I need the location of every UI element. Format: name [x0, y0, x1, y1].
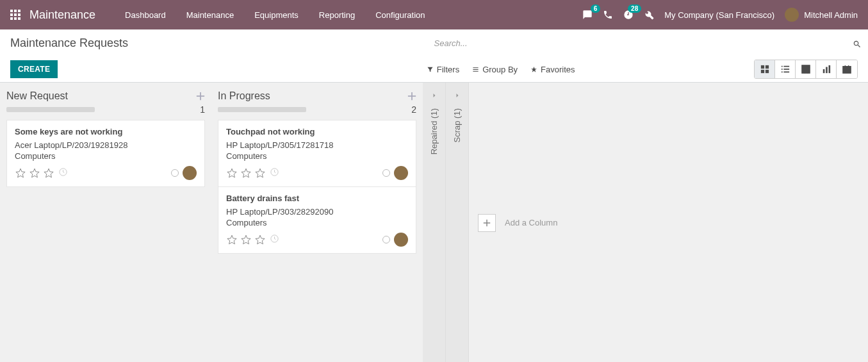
svg-rect-10: [765, 65, 768, 69]
add-column: Add a Column: [469, 83, 566, 362]
groupby-menu[interactable]: Group By: [472, 65, 518, 74]
company-switcher[interactable]: My Company (San Francisco): [664, 10, 774, 20]
kanban-column-scrap-folded[interactable]: Scrap (1): [446, 83, 469, 362]
view-switcher: [754, 60, 858, 79]
card-category: Computers: [15, 151, 197, 161]
card-category: Computers: [226, 218, 408, 227]
control-panel: Maintenance Requests CREATE Filters Grou…: [0, 29, 868, 83]
nav-dashboard[interactable]: Dashboard: [115, 1, 176, 29]
activity-badge: 28: [628, 4, 641, 13]
nav-equipments[interactable]: Equipments: [244, 1, 309, 29]
chevron-icon: [430, 92, 438, 99]
svg-rect-5: [18, 13, 20, 16]
activity-icon[interactable]: [54, 167, 68, 179]
svg-rect-18: [783, 72, 789, 73]
card-title: Some keys are not working: [15, 127, 197, 136]
priority-stars[interactable]: [226, 234, 266, 245]
filters-menu[interactable]: Filters: [427, 65, 459, 74]
chat-badge: 6: [591, 4, 601, 13]
app-brand[interactable]: Maintenance: [29, 8, 95, 22]
svg-rect-19: [801, 65, 809, 73]
kanban-column-new: New Request 1 Some keys are not working …: [0, 83, 211, 362]
svg-rect-14: [783, 66, 789, 67]
activity-icon[interactable]: 28: [623, 10, 634, 20]
svg-rect-4: [14, 13, 17, 16]
svg-rect-13: [781, 66, 782, 67]
tools-icon[interactable]: [644, 10, 654, 20]
page-title: Maintenance Requests: [0, 37, 434, 50]
view-list[interactable]: [775, 60, 796, 78]
view-kanban[interactable]: [755, 60, 775, 78]
phone-icon[interactable]: [603, 10, 613, 20]
svg-rect-9: [760, 65, 764, 69]
create-button[interactable]: CREATE: [10, 60, 58, 78]
svg-rect-2: [18, 10, 20, 12]
kanban-card[interactable]: Battery drains fast HP Laptop/LP/303/282…: [218, 186, 416, 254]
avatar: [785, 8, 799, 22]
view-calendar[interactable]: [837, 60, 857, 78]
priority-stars[interactable]: [226, 167, 266, 179]
view-pivot[interactable]: [796, 60, 816, 78]
view-graph[interactable]: [816, 60, 837, 78]
kanban-card[interactable]: Some keys are not working Acer Laptop/LP…: [6, 120, 205, 187]
kanban-board: New Request 1 Some keys are not working …: [0, 83, 868, 362]
svg-rect-12: [765, 70, 768, 73]
add-column-button[interactable]: [478, 214, 496, 232]
folded-title: Repaired (1): [429, 108, 439, 154]
card-equipment: HP Laptop/LP/303/28292090: [226, 207, 408, 217]
activity-icon[interactable]: [266, 167, 279, 179]
apps-icon[interactable]: [10, 10, 20, 20]
svg-rect-17: [781, 72, 782, 73]
svg-rect-0: [10, 10, 13, 12]
kanban-column-inprogress: In Progress 2 Touchpad not working HP La…: [211, 83, 423, 362]
svg-rect-8: [18, 17, 20, 20]
svg-rect-25: [826, 67, 828, 74]
add-column-label[interactable]: Add a Column: [505, 218, 557, 227]
priority-stars[interactable]: [15, 167, 54, 179]
column-count: 1: [193, 104, 205, 115]
chevron-icon: [454, 92, 461, 99]
card-equipment: Acer Laptop/LP/203/19281928: [15, 140, 197, 150]
column-progress[interactable]: [6, 107, 95, 112]
search-input[interactable]: [434, 32, 869, 54]
assignee-avatar[interactable]: [394, 233, 408, 247]
column-title[interactable]: In Progress: [218, 90, 407, 102]
column-add-icon[interactable]: [407, 92, 416, 101]
column-add-icon[interactable]: [196, 92, 205, 101]
folded-title: Scrap (1): [452, 108, 462, 142]
search-icon[interactable]: [853, 40, 862, 49]
nav-maintenance[interactable]: Maintenance: [176, 1, 244, 29]
column-count: 2: [405, 104, 416, 115]
kanban-state-dot[interactable]: [382, 169, 390, 177]
activity-icon[interactable]: [266, 234, 279, 245]
svg-rect-3: [10, 13, 13, 16]
card-title: Touchpad not working: [226, 127, 408, 136]
assignee-avatar[interactable]: [394, 166, 408, 180]
svg-rect-16: [783, 69, 789, 70]
kanban-column-repaired-folded[interactable]: Repaired (1): [423, 83, 446, 362]
svg-rect-1: [14, 10, 17, 12]
user-menu[interactable]: Mitchell Admin: [785, 8, 858, 22]
nav-reporting[interactable]: Reporting: [309, 1, 365, 29]
nav-menu: Dashboard Maintenance Equipments Reporti…: [115, 1, 435, 29]
card-title: Battery drains fast: [226, 193, 408, 203]
svg-rect-6: [10, 17, 13, 20]
nav-configuration[interactable]: Configuration: [365, 1, 435, 29]
chat-icon[interactable]: 6: [582, 10, 593, 20]
main-navbar: Maintenance Dashboard Maintenance Equipm…: [0, 0, 868, 29]
svg-rect-7: [14, 17, 17, 20]
svg-rect-27: [843, 67, 851, 74]
user-name: Mitchell Admin: [804, 10, 858, 20]
column-progress[interactable]: [218, 107, 306, 112]
favorites-menu[interactable]: Favorites: [530, 65, 575, 74]
svg-rect-11: [760, 70, 764, 73]
column-title[interactable]: New Request: [6, 90, 196, 102]
kanban-state-dot[interactable]: [382, 236, 390, 243]
kanban-card[interactable]: Touchpad not working HP Laptop/LP/305/17…: [218, 120, 416, 187]
assignee-avatar[interactable]: [183, 166, 197, 180]
kanban-state-dot[interactable]: [171, 169, 179, 177]
svg-rect-15: [781, 69, 782, 70]
card-equipment: HP Laptop/LP/305/17281718: [226, 140, 408, 150]
svg-rect-26: [828, 65, 830, 73]
svg-rect-24: [823, 69, 824, 73]
